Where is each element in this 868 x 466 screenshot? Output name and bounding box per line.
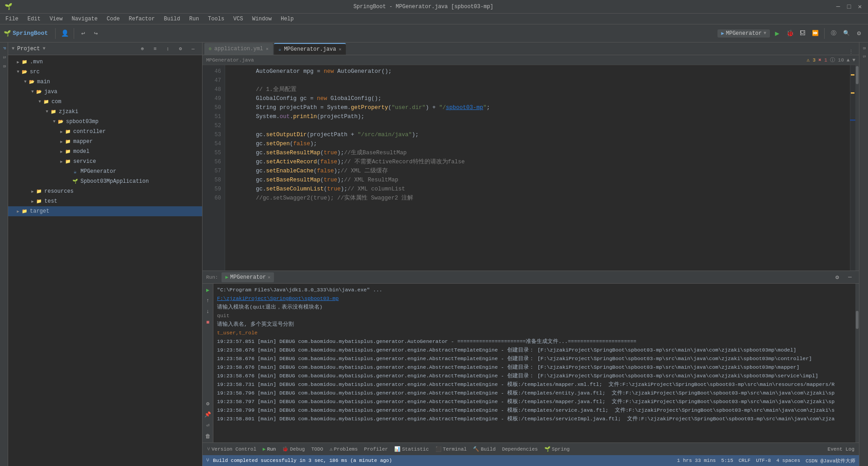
- right-sidebar-structure[interactable]: S: [860, 52, 868, 61]
- tree-item-resources[interactable]: ▶ 📁 resources: [8, 186, 202, 196]
- run-scroll-down-btn[interactable]: ↓: [203, 307, 212, 316]
- debug-button[interactable]: 🐞: [784, 28, 795, 39]
- sidebar-bookmarks-icon[interactable]: B: [0, 62, 8, 71]
- project-collapse-btn[interactable]: ≡: [150, 43, 160, 54]
- menu-vcs[interactable]: VCS: [230, 15, 247, 23]
- run-pin-btn[interactable]: 📌: [203, 410, 212, 419]
- menu-edit[interactable]: Edit: [24, 15, 44, 23]
- profile-button[interactable]: ⏩: [810, 28, 821, 39]
- run-wrap-btn[interactable]: ⏎: [203, 421, 212, 430]
- run-button[interactable]: ▶: [772, 28, 783, 39]
- bottom-tab-mpgenerator[interactable]: ▶ MPGenerator ✕: [222, 272, 274, 282]
- bottom-tool-terminal[interactable]: ⬛ Terminal: [433, 444, 470, 454]
- status-encoding[interactable]: UTF-8: [756, 458, 771, 463]
- bottom-tool-profiler[interactable]: Profiler: [361, 444, 391, 454]
- toolbar: 🌱 SpringBoot 👤 ↩ ↪ ▶ MPGenerator ▼ ▶ 🐞 ⛾…: [0, 24, 868, 43]
- tree-item-service[interactable]: ▶ 📁 service: [8, 157, 202, 166]
- run-config[interactable]: ▶ MPGenerator ▼: [717, 29, 770, 38]
- menu-navigate[interactable]: Navigate: [68, 15, 101, 23]
- project-dropdown[interactable]: ▼: [42, 46, 45, 51]
- menu-view[interactable]: View: [46, 15, 66, 23]
- bottom-tool-dependencies[interactable]: Dependencies: [499, 444, 540, 454]
- settings-button[interactable]: ⚙: [854, 28, 864, 39]
- menu-code[interactable]: Code: [103, 15, 123, 23]
- bottom-tool-problems[interactable]: ⚠ Problems: [327, 444, 360, 454]
- run-play-btn[interactable]: ▶: [203, 285, 212, 295]
- maximize-button[interactable]: □: [845, 3, 853, 10]
- tree-item-application[interactable]: ▶ 🌱 Spboot03MpApplication: [8, 176, 202, 186]
- menu-window[interactable]: Window: [249, 15, 275, 23]
- minimize-button[interactable]: ─: [835, 3, 842, 10]
- menu-run[interactable]: Run: [185, 15, 203, 23]
- project-sort-btn[interactable]: ↕: [162, 43, 173, 54]
- menu-tools[interactable]: Tools: [204, 15, 228, 23]
- tab-close-yaml[interactable]: ✕: [266, 46, 269, 52]
- scrollbar-thumb[interactable]: [856, 66, 859, 84]
- console-scrollbar-thumb[interactable]: [856, 311, 859, 329]
- code-line-46: AutoGenerator mpg = new AutoGenerator();: [229, 67, 846, 76]
- bottom-panel-settings[interactable]: ⚙: [832, 272, 843, 283]
- bottom-tool-statistic[interactable]: 📊 Statistic: [392, 444, 431, 454]
- bottom-tool-run[interactable]: ▶ Run: [260, 444, 278, 454]
- vc-label: Version Control: [212, 447, 256, 452]
- run-config-dropdown-icon: ▼: [764, 31, 766, 36]
- run-settings-btn[interactable]: ⚙: [203, 399, 212, 408]
- tree-item-spboot03mp[interactable]: ▼ 📂 spboot03mp: [8, 117, 202, 127]
- tree-item-java[interactable]: ▼ 📂 java: [8, 87, 202, 97]
- tree-item-test[interactable]: ▶ 📁 test: [8, 196, 202, 206]
- run-tab-close[interactable]: ✕: [268, 275, 270, 280]
- bottom-tool-version-control[interactable]: ⑂ Version Control: [204, 444, 259, 454]
- tree-item-mvn[interactable]: ▶ 📁 .mvn: [8, 57, 202, 67]
- right-sidebar-bookmarks[interactable]: B: [860, 44, 868, 52]
- toolbar-undo-btn[interactable]: ↩: [78, 28, 89, 39]
- menu-refactor[interactable]: Refactor: [125, 15, 159, 23]
- tree-label: main: [37, 79, 50, 85]
- menu-help[interactable]: Help: [277, 15, 297, 23]
- toolbar-redo-btn[interactable]: ↪: [90, 28, 101, 39]
- run-scroll-up-btn[interactable]: ↑: [203, 296, 212, 305]
- tab-application-yml[interactable]: ⚙ application.yml ✕: [204, 43, 273, 55]
- sidebar-structure-icon[interactable]: S: [0, 53, 8, 62]
- toolbar-back-btn[interactable]: 👤: [59, 28, 70, 39]
- tree-item-main[interactable]: ▼ 📂 main: [8, 77, 202, 87]
- menu-build[interactable]: Build: [160, 15, 184, 23]
- run-stop-btn[interactable]: ■: [203, 318, 212, 327]
- code-editor[interactable]: AutoGenerator mpg = new AutoGenerator();…: [225, 65, 850, 271]
- bottom-tool-build[interactable]: 🔨 Build: [470, 444, 498, 454]
- tree-item-mpgenerator[interactable]: ▶ ☕ MPGenerator: [8, 166, 202, 176]
- more-tabs-icon[interactable]: ⋮: [849, 49, 854, 55]
- tree-item-controller[interactable]: ▶ 📁 controller: [8, 127, 202, 137]
- close-button[interactable]: ✕: [856, 3, 863, 10]
- scroll-up-btn[interactable]: ▲: [847, 57, 850, 63]
- tree-arrow: ▼: [52, 119, 57, 124]
- translate-button[interactable]: ⓪: [828, 28, 839, 39]
- scroll-down-btn[interactable]: ▼: [852, 57, 855, 63]
- bottom-panel-minimize[interactable]: —: [844, 272, 855, 283]
- project-minimize-btn[interactable]: —: [188, 43, 198, 54]
- bottom-tool-event-log[interactable]: Event Log: [825, 444, 857, 454]
- bottom-tool-debug[interactable]: 🐞 Debug: [279, 444, 307, 454]
- sidebar-project-icon[interactable]: P: [0, 44, 8, 52]
- status-indent[interactable]: 4 spaces: [776, 458, 800, 463]
- tree-item-com[interactable]: ▼ 📁 com: [8, 97, 202, 107]
- menu-file[interactable]: File: [2, 15, 22, 23]
- console-scrollbar[interactable]: [855, 284, 859, 442]
- vertical-scrollbar[interactable]: [855, 65, 859, 271]
- bottom-tool-todo[interactable]: TODO: [308, 444, 326, 454]
- tree-item-target[interactable]: ▶ 📁 target: [8, 206, 202, 216]
- search-everywhere-btn[interactable]: 🔍: [841, 28, 852, 39]
- project-scope-btn[interactable]: ⊕: [137, 43, 148, 54]
- error-count: ✖ 1: [818, 57, 827, 63]
- tab-close-java[interactable]: ✕: [339, 47, 341, 52]
- tree-item-mapper[interactable]: ▶ 📁 mapper: [8, 137, 202, 147]
- folder-open-icon: 📂: [57, 118, 64, 125]
- run-clear-btn[interactable]: 🗑: [203, 432, 212, 441]
- bottom-tool-spring[interactable]: 🌱 Spring: [542, 444, 573, 454]
- tab-mpgenerator-java[interactable]: ☕ MPGenerator.java ✕: [274, 43, 346, 55]
- coverage-button[interactable]: ⛾: [797, 28, 808, 39]
- tree-item-model[interactable]: ▶ 📁 model: [8, 147, 202, 157]
- project-settings-btn[interactable]: ⚙: [175, 43, 186, 54]
- status-crlf[interactable]: CRLF: [739, 458, 750, 463]
- tree-item-zjzaki[interactable]: ▼ 📁 zjzaki: [8, 107, 202, 117]
- tree-item-src[interactable]: ▼ 📂 src: [8, 67, 202, 77]
